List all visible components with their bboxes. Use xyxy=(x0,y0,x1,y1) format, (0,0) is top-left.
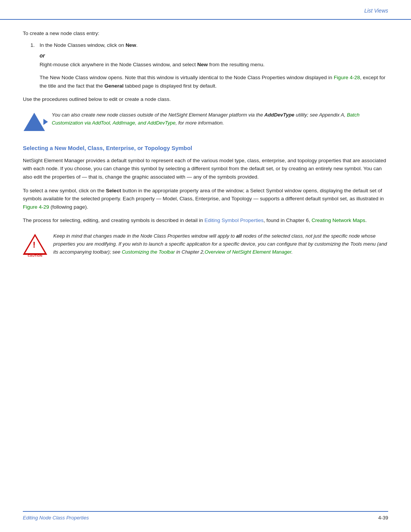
para1-start: The New Node Class window opens. Note th… xyxy=(40,75,334,80)
body-paragraph-3: The process for selecting, editing, and … xyxy=(23,216,388,225)
caution-bold1: all xyxy=(236,233,242,239)
header-title: List Views xyxy=(364,8,388,14)
step-1-after: . xyxy=(136,42,138,48)
figure-4-28-link[interactable]: Figure 4-28 xyxy=(334,75,360,80)
paragraph-1-block: The New Node Class window opens. Note th… xyxy=(40,73,388,90)
body-para3-start: The process for selecting, editing, and … xyxy=(23,217,204,223)
step-1-number: 1. xyxy=(30,42,40,48)
page-footer: Editing Node Class Properties 4-39 xyxy=(23,511,388,521)
caution-text4: . xyxy=(292,249,293,255)
tip-part3: , for more information. xyxy=(175,120,224,126)
body-paragraph-2: To select a new symbol, click on the Sel… xyxy=(23,187,388,211)
caution-text3: in Chapter 2, xyxy=(175,249,205,255)
caution-exclaim: ! xyxy=(33,241,35,249)
customizing-toolbar-link[interactable]: Customizing the Toolbar xyxy=(122,249,175,255)
tip-part1: You can also create new node classes out… xyxy=(52,112,264,118)
intro-text: To create a new node class entry: xyxy=(23,30,388,36)
or-block: or Right-mouse click anywhere in the Nod… xyxy=(40,53,388,67)
page-container: List Views To create a new node class en… xyxy=(0,0,411,532)
or-text-bold: New xyxy=(197,62,208,67)
or-description: Right-mouse click anywhere in the Node C… xyxy=(40,62,388,67)
caution-label: CAUTION xyxy=(28,254,43,257)
body-para3-mid: , found in Chapter 6, xyxy=(264,217,312,223)
tip-part2: utility; see Appendix A, xyxy=(295,112,347,118)
caution-text: Keep in mind that changes made in the No… xyxy=(53,232,388,256)
or-text-pre: Right-mouse click anywhere in the Node C… xyxy=(40,62,197,67)
tip-bold1: AddDevType xyxy=(264,112,295,118)
overview-netsight-link[interactable]: Overview of NetSight Element Manager xyxy=(205,249,292,255)
step-1-pre: In the Node Classes window, click on xyxy=(40,42,126,48)
body-para3-end: . xyxy=(365,217,367,223)
main-content: To create a new node class entry: 1. In … xyxy=(23,30,388,267)
footer-right: 4-39 xyxy=(378,515,388,521)
caution-text-start: Keep in mind that changes made in the No… xyxy=(53,233,236,239)
creating-network-maps-link[interactable]: Creating Network Maps xyxy=(312,217,365,223)
figure-4-29-link[interactable]: Figure 4-29 xyxy=(23,204,49,210)
tip-box: TIP You can also create new node classes… xyxy=(23,111,388,136)
page-header: List Views xyxy=(364,8,388,14)
body-para2-start: To select a new symbol, click on the xyxy=(23,188,106,193)
tip-text: You can also create new node classes out… xyxy=(52,111,388,127)
tip-triangle xyxy=(24,113,45,131)
para1-bold: General xyxy=(104,83,123,89)
top-rule xyxy=(0,19,411,20)
or-text-after: from the resulting menu. xyxy=(208,62,264,67)
tip-arrow xyxy=(43,119,48,125)
caution-box: ! CAUTION Keep in mind that changes made… xyxy=(23,232,388,258)
body-para2-bold: Select xyxy=(106,188,121,193)
caution-icon: ! CAUTION xyxy=(23,234,47,258)
body-para2-end: (following page). xyxy=(49,204,88,210)
step-1-text: In the Node Classes window, click on New… xyxy=(40,42,137,48)
step-1-bold: New xyxy=(126,42,136,48)
step-1: 1. In the Node Classes window, click on … xyxy=(30,42,388,48)
body-paragraph-1: NetSight Element Manager provides a defa… xyxy=(23,157,388,181)
editing-symbol-link[interactable]: Editing Symbol Properties xyxy=(204,217,263,223)
tip-icon: TIP xyxy=(23,113,46,136)
or-label: or xyxy=(40,53,388,59)
tip-label: TIP xyxy=(31,131,37,135)
footer-left: Editing Node Class Properties xyxy=(23,515,89,521)
paragraph-2: Use the procedures outlined below to edi… xyxy=(23,95,388,104)
paragraph-1: The New Node Class window opens. Note th… xyxy=(40,73,388,90)
para1-end: tabbed page is displayed first by defaul… xyxy=(124,83,217,89)
section-heading: Selecting a New Model, Class, Enterprise… xyxy=(23,145,388,151)
